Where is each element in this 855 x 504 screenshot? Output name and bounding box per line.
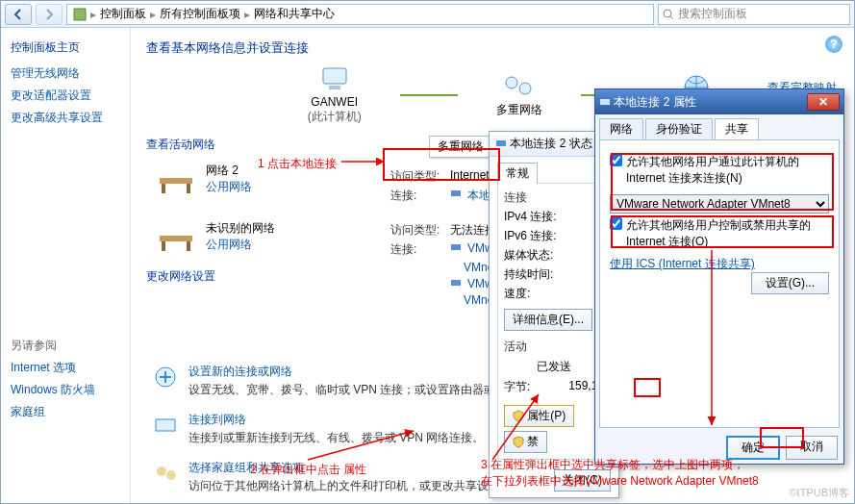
annot-box-1 bbox=[383, 148, 500, 181]
control-panel-icon bbox=[73, 8, 87, 21]
svg-rect-16 bbox=[451, 280, 461, 286]
details-button[interactable]: 详细信息(E)... bbox=[504, 309, 592, 331]
sidebar-item-wireless[interactable]: 管理无线网络 bbox=[11, 65, 120, 82]
svg-rect-24 bbox=[600, 99, 610, 105]
svg-point-6 bbox=[519, 83, 531, 94]
diagram-this-pc: GANWEI (此计算机) bbox=[308, 64, 362, 125]
crumb[interactable]: 所有控制面板项 bbox=[160, 6, 240, 22]
svg-rect-3 bbox=[323, 68, 346, 84]
help-icon[interactable]: ? bbox=[825, 36, 842, 53]
tab-network[interactable]: 网络 bbox=[599, 118, 643, 139]
annot-text-3: 3 在属性弹出框中选中共享标签，选中上图中两项， 在下拉列表框中选择VMware… bbox=[481, 457, 759, 490]
new-connection-icon bbox=[152, 364, 179, 391]
page-title: 查看基本网络信息并设置连接 bbox=[146, 39, 839, 57]
annot-box-ok bbox=[760, 427, 804, 448]
watermark: ©ITPUB博客 bbox=[790, 486, 850, 500]
ics-link[interactable]: 使用 ICS (Internet 连接共享) bbox=[610, 257, 755, 270]
see-also-firewall[interactable]: Windows 防火墙 bbox=[11, 382, 120, 398]
connect-icon bbox=[152, 412, 179, 439]
adapter-icon bbox=[450, 188, 462, 199]
svg-rect-14 bbox=[187, 241, 190, 251]
homegroup-icon bbox=[152, 460, 179, 487]
diagram-multi-net: 多重网络 bbox=[496, 71, 542, 118]
sidebar: 控制面板主页 管理无线网络 更改适配器设置 更改高级共享设置 另请参阅 Inte… bbox=[1, 28, 131, 503]
crumb[interactable]: 控制面板 bbox=[100, 6, 146, 22]
svg-rect-4 bbox=[329, 86, 340, 89]
properties-dialog: 本地连接 2 属性 ✕ 网络 身份验证 共享 允许其他网络用户通过此计算机的 I… bbox=[594, 88, 844, 465]
search-icon bbox=[663, 9, 674, 20]
see-also-homegroup[interactable]: 家庭组 bbox=[11, 404, 120, 420]
svg-rect-8 bbox=[160, 178, 192, 184]
properties-button[interactable]: 属性(P) bbox=[504, 405, 574, 427]
svg-rect-13 bbox=[162, 241, 165, 251]
annot-box-prop bbox=[634, 378, 661, 397]
prop-titlebar[interactable]: 本地连接 2 属性 ✕ bbox=[595, 89, 843, 114]
tab-sharing[interactable]: 共享 bbox=[715, 118, 759, 139]
nav-forward-button bbox=[36, 4, 63, 25]
sidebar-item-sharing[interactable]: 更改高级共享设置 bbox=[11, 110, 120, 126]
crumb[interactable]: 网络和共享中心 bbox=[254, 6, 335, 22]
svg-line-2 bbox=[670, 16, 673, 19]
nav-back-button[interactable] bbox=[5, 4, 32, 25]
svg-rect-11 bbox=[451, 190, 461, 196]
shield-icon bbox=[513, 410, 524, 421]
annot-text-2: 2 在弹出框中点击 属性 bbox=[250, 462, 366, 478]
breadcrumb[interactable]: ▸控制面板 ▸所有控制面板项 ▸网络和共享中心 bbox=[66, 4, 654, 25]
tab-auth[interactable]: 身份验证 bbox=[645, 118, 713, 139]
svg-point-19 bbox=[157, 466, 166, 476]
search-input[interactable]: 搜索控制面板 bbox=[658, 4, 850, 25]
svg-rect-15 bbox=[451, 244, 461, 250]
svg-rect-0 bbox=[74, 9, 86, 20]
svg-point-1 bbox=[664, 10, 671, 17]
adapter-icon bbox=[450, 277, 462, 289]
svg-rect-9 bbox=[162, 184, 165, 193]
see-also-title: 另请参阅 bbox=[11, 338, 120, 354]
sidebar-title: 控制面板主页 bbox=[11, 39, 120, 56]
svg-rect-18 bbox=[156, 419, 175, 431]
see-also-internet[interactable]: Internet 选项 bbox=[11, 360, 120, 376]
annot-box-2a bbox=[611, 153, 834, 211]
svg-point-20 bbox=[166, 470, 176, 480]
close-button[interactable]: ✕ bbox=[807, 93, 840, 111]
svg-rect-12 bbox=[160, 236, 192, 241]
svg-rect-10 bbox=[187, 184, 190, 193]
svg-rect-23 bbox=[496, 140, 506, 146]
adapter-icon bbox=[599, 96, 611, 108]
settings-button[interactable]: 设置(G)... bbox=[751, 272, 829, 294]
status-tab-general[interactable]: 常规 bbox=[497, 163, 538, 184]
bench-icon bbox=[156, 163, 196, 197]
bench-icon bbox=[156, 220, 196, 255]
adapter-icon bbox=[450, 241, 462, 253]
svg-point-5 bbox=[506, 77, 517, 88]
disable-button[interactable]: 禁 bbox=[504, 431, 547, 453]
annot-text-1: 1 点击本地连接 bbox=[258, 156, 337, 172]
sidebar-item-adapter[interactable]: 更改适配器设置 bbox=[11, 88, 120, 104]
annot-box-2b bbox=[611, 215, 834, 248]
shield-icon bbox=[513, 436, 524, 447]
